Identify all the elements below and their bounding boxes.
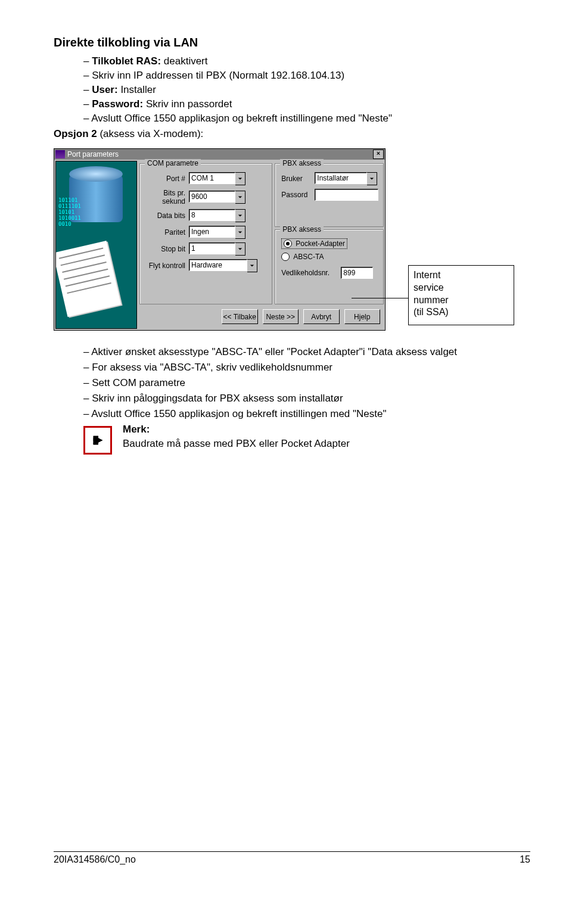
group-pbx-aksess-type: PBX aksess Pocket-Adapter ABSC-TA Vedlik…	[275, 229, 384, 305]
chevron-down-icon[interactable]	[235, 242, 245, 256]
list-item: Avslutt Office 1550 applikasjon og bekre…	[83, 113, 530, 125]
option-label: Opsjon 2	[54, 128, 97, 139]
callout-text: nummer	[414, 294, 509, 307]
vedlikehold-label: Vedlikeholdsnr.	[281, 269, 341, 277]
dialog-title: Port parameters	[67, 150, 119, 158]
port-label: Port #	[146, 175, 189, 183]
bullet-text: Avslutt Office 1550 applikasjon og bekre…	[91, 408, 386, 419]
list-item: For aksess via "ABSC-TA", skriv vedlikeh…	[83, 362, 530, 374]
group-title: COM parametre	[145, 159, 201, 167]
stopbit-value: 1	[189, 242, 235, 254]
group-title: PBX aksess	[280, 225, 324, 234]
callout-connector	[352, 298, 408, 298]
close-icon[interactable]: ×	[373, 150, 384, 159]
callout-box: Internt service nummer (til SSA)	[408, 265, 514, 325]
bullet-prefix: Password:	[92, 98, 143, 110]
note-block: Merk: Baudrate må passe med PBX eller Po…	[83, 424, 530, 455]
bullet-list-2: Aktiver ønsket aksesstype "ABSC-TA" elle…	[83, 346, 530, 420]
list-item: Skriv inn IP addressen til PBX (Normalt …	[83, 70, 530, 82]
page-footer: 20IA314586/C0_no 15	[54, 851, 530, 865]
radio-icon	[284, 239, 292, 248]
flyt-label: Flyt kontroll	[146, 262, 189, 270]
chevron-down-icon[interactable]	[367, 172, 377, 185]
group-com-parametre: COM parametre Port # COM 1 Bits pr. seku…	[139, 163, 272, 304]
bullet-text: Skriv inn passordet	[146, 98, 232, 110]
list-item: Skriv inn påloggingsdata for PBX aksess …	[83, 393, 530, 405]
databits-label: Data bits	[146, 211, 189, 220]
bullet-text: Avslutt Office 1550 applikasjon og bekre…	[91, 113, 392, 124]
bullet-text: For aksess via "ABSC-TA", skriv vedlikeh…	[92, 362, 332, 373]
bullet-text: Aktiver ønsket aksesstype "ABSC-TA" elle…	[91, 346, 457, 357]
radio-label: ABSC-TA	[293, 253, 324, 261]
dialog-titlebar: Port parameters ×	[54, 149, 385, 160]
footer-page-number: 15	[520, 854, 530, 865]
bullet-text: deaktivert	[164, 55, 208, 67]
radio-label: Pocket-Adapter	[296, 239, 345, 248]
databits-value: 8	[189, 209, 235, 221]
radio-pocket-adapter[interactable]: Pocket-Adapter	[281, 238, 347, 249]
flyt-value: Hardware	[189, 259, 247, 271]
arrow-right-icon	[83, 426, 112, 455]
window-icon	[55, 150, 65, 158]
passord-input[interactable]	[315, 189, 378, 201]
radio-icon	[281, 253, 290, 261]
stopbit-select[interactable]: 1	[189, 242, 245, 256]
list-item: Aktiver ønsket aksesstype "ABSC-TA" elle…	[83, 346, 530, 358]
chevron-down-icon[interactable]	[235, 191, 245, 204]
bullet-text: Installer	[120, 84, 156, 95]
page-heading: Direkte tilkobling via LAN	[54, 36, 530, 49]
list-item: Password: Skriv inn passordet	[83, 98, 530, 110]
chevron-down-icon[interactable]	[235, 172, 245, 185]
port-parameters-dialog: Port parameters × 1011010111101101011010…	[54, 148, 386, 331]
bits-value: 9600	[189, 191, 235, 203]
next-button[interactable]: Neste >>	[263, 309, 299, 324]
port-select[interactable]: COM 1	[189, 172, 245, 185]
databits-select[interactable]: 8	[189, 209, 245, 222]
bullet-text: Skriv inn IP addressen til PBX (Normalt …	[92, 70, 344, 81]
bullet-text: Skriv inn påloggingsdata for PBX aksess …	[92, 393, 343, 404]
group-title: PBX aksess	[280, 159, 324, 167]
footer-doc-id: 20IA314586/C0_no	[54, 854, 136, 865]
stopbit-label: Stop bit	[146, 245, 189, 253]
bullet-prefix: Tilkoblet RAS:	[92, 55, 161, 67]
group-pbx-aksess-cred: PBX aksess Bruker Installatør Passord	[275, 163, 384, 227]
bits-select[interactable]: 9600	[189, 191, 245, 204]
bullet-list-1: Tilkoblet RAS: deaktivert Skriv inn IP a…	[83, 55, 530, 125]
bruker-value: Installatør	[315, 172, 367, 184]
passord-label: Passord	[281, 191, 315, 199]
bullet-prefix: User:	[92, 84, 117, 95]
help-button[interactable]: Hjelp	[344, 309, 381, 324]
port-value: COM 1	[189, 172, 235, 184]
bullet-text: Sett COM parametre	[92, 377, 185, 388]
list-item: Sett COM parametre	[83, 377, 530, 389]
callout-text: service	[414, 282, 509, 294]
list-item: User: Installer	[83, 84, 530, 96]
back-button[interactable]: << Tilbake	[222, 309, 258, 324]
dialog-illustration: 10110101111011010110100110010	[55, 161, 137, 329]
cancel-button[interactable]: Avbryt	[303, 309, 340, 324]
flyt-select[interactable]: Hardware	[189, 259, 257, 272]
bruker-label: Bruker	[281, 175, 315, 183]
bits-label: Bits pr. sekund	[146, 189, 189, 206]
chevron-down-icon[interactable]	[247, 259, 257, 272]
note-body: Baudrate må passe med PBX eller Pocket A…	[123, 438, 350, 450]
paritet-select[interactable]: Ingen	[189, 226, 245, 239]
callout-text: (til SSA)	[414, 306, 509, 319]
radio-absc-ta[interactable]: ABSC-TA	[281, 253, 378, 261]
chevron-down-icon[interactable]	[235, 226, 245, 239]
list-item: Tilkoblet RAS: deaktivert	[83, 55, 530, 67]
paritet-label: Paritet	[146, 228, 189, 237]
note-label: Merk:	[123, 424, 350, 435]
vedlikehold-input[interactable]: 899	[341, 267, 373, 279]
bruker-select[interactable]: Installatør	[315, 172, 377, 185]
chevron-down-icon[interactable]	[235, 209, 245, 222]
option-rest: (aksess via X-modem):	[97, 128, 204, 139]
callout-text: Internt	[414, 269, 509, 282]
paritet-value: Ingen	[189, 226, 235, 238]
list-item: Avslutt Office 1550 applikasjon og bekre…	[83, 408, 530, 420]
option-2-heading: Opsjon 2 (aksess via X-modem):	[54, 128, 530, 140]
